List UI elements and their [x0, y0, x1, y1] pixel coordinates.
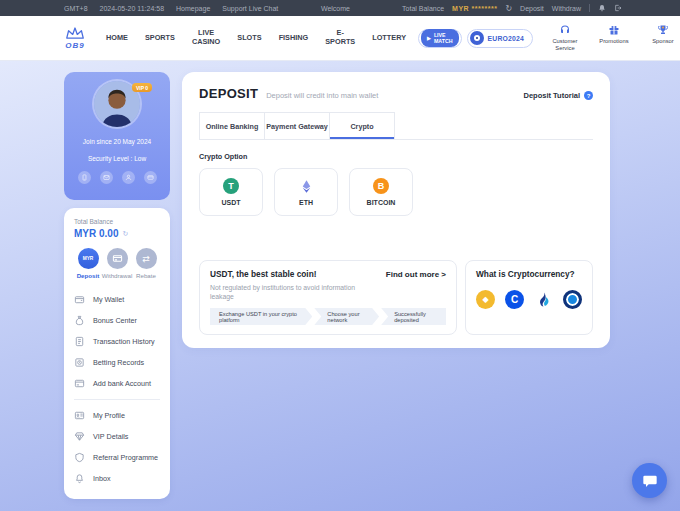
customer-service-button[interactable]: Customer Service — [547, 24, 583, 52]
sidebar-item-vip-details[interactable]: VIP Details — [74, 426, 160, 447]
option-usdt[interactable]: T USDT — [199, 168, 263, 216]
user-icon — [125, 174, 132, 181]
email-verify-button[interactable] — [100, 171, 113, 184]
sidebar-item-betting-records[interactable]: Betting Records — [74, 352, 160, 373]
crypto-options: T USDT ETH B BITCOIN — [199, 168, 593, 216]
question-icon: ? — [584, 91, 593, 100]
brand-logo[interactable]: OB9 — [64, 26, 86, 50]
menu-label: Inbox — [93, 474, 111, 483]
nav-item-slots[interactable]: SLOTS — [237, 34, 261, 43]
live-chat-button[interactable] — [632, 463, 667, 498]
crypto-info-card: What is Cryptocurrency? ◆ C — [465, 260, 593, 335]
support-live-chat-link[interactable]: Support Live Chat — [222, 5, 278, 12]
profile-verify-button[interactable] — [122, 171, 135, 184]
refresh-amount-icon[interactable]: ↻ — [122, 230, 128, 238]
usdt-info-card: USDT, the best stable coin! Find out mor… — [199, 260, 457, 335]
sidebar-item-inbox[interactable]: Inbox — [74, 468, 160, 489]
profile-card: VIP 0 Join since 20 May 2024 Security Le… — [64, 72, 170, 200]
rebate-action-label: Rebate — [136, 272, 156, 279]
sponsor-button[interactable]: Sponsor — [645, 24, 680, 45]
nav-item-lottery[interactable]: LOTTERY — [372, 34, 406, 43]
nav-menu: HOME SPORTS LIVE CASINO SLOTS FISHING E-… — [106, 29, 406, 47]
sidebar: VIP 0 Join since 20 May 2024 Security Le… — [64, 72, 170, 499]
sidebar-item-transaction-history[interactable]: Transaction History — [74, 331, 160, 352]
document-icon — [74, 336, 85, 347]
promotions-label: Promotions — [599, 38, 628, 45]
page-title: DEPOSIT — [199, 86, 258, 101]
tab-online-banking[interactable]: Online Banking — [199, 112, 265, 139]
usdt-card-title: USDT, the best stable coin! — [210, 269, 317, 279]
tab-crypto[interactable]: Crypto — [329, 112, 395, 139]
security-level-text: Security Level : Low — [88, 155, 146, 162]
money-bag-icon — [74, 315, 85, 326]
records-clock-icon — [74, 357, 85, 368]
homepage-link[interactable]: Homepage — [176, 5, 210, 12]
main-navbar: OB9 HOME SPORTS LIVE CASINO SLOTS FISHIN… — [0, 16, 680, 60]
menu-divider — [74, 399, 160, 400]
sponsor-label: Sponsor — [652, 38, 674, 45]
nav-item-esports[interactable]: E-SPORTS — [325, 29, 355, 47]
topbar-deposit-link[interactable]: Deposit — [520, 5, 544, 12]
menu-label: My Profile — [93, 411, 125, 420]
live-match-button[interactable]: ▶ LIVE MATCH — [418, 29, 462, 48]
rebate-action-button[interactable]: ⇄ Rebate — [132, 248, 160, 279]
bank-card-icon — [147, 174, 154, 181]
step-network: Choose your network — [314, 308, 379, 325]
option-eth[interactable]: ETH — [274, 168, 338, 216]
bitcoin-label: BITCOIN — [367, 199, 396, 206]
card-verify-button[interactable] — [144, 171, 157, 184]
sidebar-item-referral-programme[interactable]: Referral Programme — [74, 447, 160, 468]
nav-item-sports[interactable]: SPORTS — [145, 34, 175, 43]
brand-logo-text: OB9 — [65, 41, 84, 50]
crown-logo-icon — [64, 26, 86, 41]
menu-label: Bonus Center — [93, 316, 137, 325]
wallet-actions: MYR Deposit Withdrawal ⇄ Rebate — [74, 248, 160, 279]
refresh-balance-icon[interactable]: ↻ — [505, 4, 512, 13]
balance-amount: MYR 0.00 — [74, 228, 118, 239]
usdt-card-desc: Not regulated by institutions to avoid i… — [210, 283, 365, 301]
sidebar-item-my-profile[interactable]: My Profile — [74, 405, 160, 426]
sidebar-item-bonus-center[interactable]: Bonus Center — [74, 310, 160, 331]
diamond-icon — [74, 431, 85, 442]
menu-label: Betting Records — [93, 358, 144, 367]
deposit-action-button[interactable]: MYR Deposit — [74, 248, 102, 279]
nav-item-fishing[interactable]: FISHING — [279, 34, 309, 43]
logout-icon[interactable] — [614, 4, 622, 12]
coinbase-icon: C — [505, 290, 524, 309]
sidebar-menu: My Wallet Bonus Center Transaction Histo… — [74, 289, 160, 489]
join-since-text: Join since 20 May 2024 — [83, 138, 151, 145]
live-match-label: LIVE MATCH — [434, 32, 453, 44]
usdt-steps: Exchange USDT in your crypto platform Ch… — [210, 308, 446, 325]
nav-item-home[interactable]: HOME — [106, 34, 128, 43]
euro2024-button[interactable]: EURO2024 — [467, 29, 533, 48]
masked-balance: MYR ******** — [452, 5, 497, 12]
sidebar-item-add-bank-account[interactable]: Add bank Account — [74, 373, 160, 394]
page-subtitle: Deposit will credit into main wallet — [266, 91, 378, 100]
tab-payment-gateway[interactable]: Payment Gateway — [264, 112, 330, 139]
option-bitcoin[interactable]: B BITCOIN — [349, 168, 413, 216]
usdt-coin-icon: T — [223, 178, 239, 194]
topbar-divider — [589, 4, 590, 12]
notification-bell-icon[interactable] — [598, 4, 606, 12]
top-utility-bar: GMT+8 2024-05-20 11:24:58 Homepage Suppo… — [0, 0, 680, 16]
customer-service-label: Customer Service — [547, 38, 583, 52]
menu-label: Add bank Account — [93, 379, 151, 388]
phone-icon — [81, 174, 88, 181]
sidebar-item-my-wallet[interactable]: My Wallet — [74, 289, 160, 310]
eth-label: ETH — [299, 199, 313, 206]
deposit-tutorial-link[interactable]: Deposit Tutorial ? — [523, 91, 593, 100]
headset-icon — [559, 24, 571, 36]
withdrawal-action-button[interactable]: Withdrawal — [102, 248, 132, 279]
datetime: 2024-05-20 11:24:58 — [100, 5, 164, 12]
promotions-button[interactable]: Promotions — [596, 24, 632, 45]
euro2024-label: EURO2024 — [488, 35, 524, 42]
screen: GMT+8 2024-05-20 11:24:58 Homepage Suppo… — [0, 0, 680, 511]
bitcoin-coin-icon: B — [373, 178, 389, 194]
nav-item-live-casino[interactable]: LIVE CASINO — [192, 29, 220, 47]
gift-icon — [608, 24, 620, 36]
phone-verify-button[interactable] — [78, 171, 91, 184]
find-out-more-link[interactable]: Find out more > — [386, 270, 446, 279]
wallet-icon — [74, 294, 85, 305]
topbar-withdraw-link[interactable]: Withdraw — [552, 5, 581, 12]
add-card-icon — [74, 378, 85, 389]
